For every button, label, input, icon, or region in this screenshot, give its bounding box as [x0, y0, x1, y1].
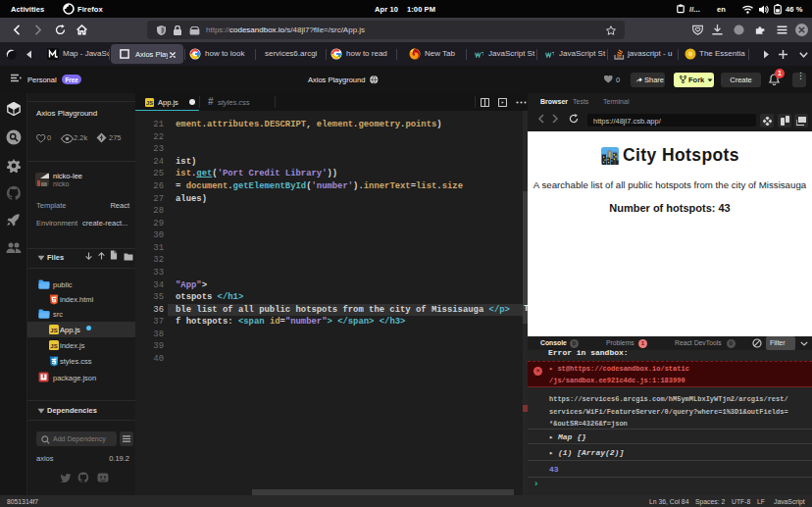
svg-text:JS: JS: [50, 328, 57, 333]
svg-text:JS: JS: [50, 343, 57, 349]
svg-text:JS: JS: [146, 100, 153, 106]
